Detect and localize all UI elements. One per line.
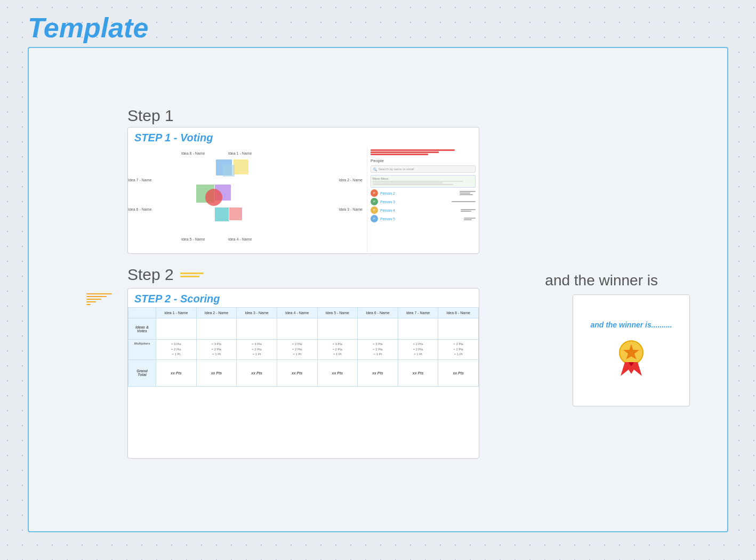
person4-item: P Person 4 xyxy=(371,206,476,214)
winner-label: and the winner is xyxy=(545,272,658,289)
col-header-idea3: Idea 3 - Name xyxy=(237,308,277,318)
grand-idea4: xx Pts xyxy=(277,359,317,386)
person5-item: P Person 5 xyxy=(371,215,476,222)
mult-idea2: = 3 Pts= 2 Pts= 1 Pt xyxy=(196,340,237,360)
page-title: Template xyxy=(28,12,148,44)
idea-label-8: Idea 8 - Name xyxy=(181,151,205,155)
main-canvas: Step 1 STEP 1 - Voting Idea 8 - Name Ide… xyxy=(28,47,728,532)
person1-card: More filters xyxy=(371,175,476,188)
idea-label-7: Idea 7 - Name xyxy=(128,178,151,182)
grand-idea1: xx Pts xyxy=(156,359,197,386)
table-row-ideas-votes: Ideas & Votes xyxy=(128,318,479,340)
vote-shape-6 xyxy=(215,207,229,221)
person4-avatar: P xyxy=(371,206,378,214)
idea-label-5: Idea 5 - Name xyxy=(181,237,205,241)
grand-idea3: xx Pts xyxy=(237,359,277,386)
search-bar[interactable]: 🔍 Search by name or email xyxy=(371,165,476,173)
mult-idea8: = 2 Pts= 2 Pts= 1 Pt xyxy=(438,340,479,360)
person4-name: Person 4 xyxy=(380,209,395,212)
col-header-idea6: Idea 6 - Name xyxy=(358,308,398,318)
mult-idea7: = 2 Pts= 2 Pts= 1 Pt xyxy=(398,340,438,360)
row-label-grand-total: GrandTotal xyxy=(128,359,156,386)
grand-idea7: xx Pts xyxy=(398,359,438,386)
col-header-idea1: Idea 1 - Name xyxy=(156,308,197,318)
person2-avatar: P xyxy=(371,189,378,197)
left-scroll-indicator xyxy=(86,293,112,305)
mult-idea3: = 3 Pts= 2 Pts= 1 Pt xyxy=(237,340,277,360)
ideas-votes-idea3 xyxy=(237,318,277,340)
col-header-idea7: Idea 7 - Name xyxy=(398,308,438,318)
award-ribbon-icon xyxy=(610,338,653,380)
step1-card: STEP 1 - Voting Idea 8 - Name Idea 1 - N… xyxy=(127,127,479,254)
ideas-votes-idea4 xyxy=(277,318,317,340)
people-label: People xyxy=(371,158,476,163)
idea-label-2: Idea 2 - Name xyxy=(339,178,363,182)
mult-idea4: = 2 Pts= 2 Pts= 1 Pt xyxy=(277,340,317,360)
person5-avatar: P xyxy=(371,215,378,222)
row-label-ideas-votes: Ideas & Votes xyxy=(128,318,156,340)
scoring-table: Idea 1 - Name Idea 2 - Name Idea 3 - Nam… xyxy=(128,307,479,387)
person3-item: P Person 3 xyxy=(371,198,476,205)
scoring-table-wrapper: Idea 1 - Name Idea 2 - Name Idea 3 - Nam… xyxy=(128,307,479,387)
idea-label-6: Idea 6 - Name xyxy=(128,207,151,211)
mult-idea1: = 3 Pts= 2 Pts= 1 Pt xyxy=(156,340,197,360)
step2-title: STEP 2 - Scoring xyxy=(128,289,479,307)
mult-idea6: = 3 Pts= 2 Pts= 1 Pt xyxy=(358,340,398,360)
row-label-multipliers: Multipliers xyxy=(128,340,156,360)
winner-card: and the winner is.......... xyxy=(573,294,690,406)
vote-shape-7 xyxy=(229,207,242,220)
grand-idea5: xx Pts xyxy=(317,359,358,386)
person3-name: Person 3 xyxy=(380,200,395,204)
ideas-votes-idea8 xyxy=(438,318,479,340)
ideas-votes-idea5 xyxy=(317,318,358,340)
ideas-votes-idea2 xyxy=(196,318,237,340)
idea-label-1: Idea 1 - Name xyxy=(228,151,252,155)
grand-idea2: xx Pts xyxy=(196,359,237,386)
person2-name: Person 2 xyxy=(380,191,395,195)
ideas-votes-idea1 xyxy=(156,318,197,340)
step2-decoration xyxy=(180,273,204,277)
col-header-empty xyxy=(128,308,156,318)
idea-label-4: Idea 4 - Name xyxy=(228,237,252,241)
idea-label-3: Idea 3 - Name xyxy=(339,207,363,211)
ideas-votes-idea7 xyxy=(398,318,438,340)
grand-idea6: xx Pts xyxy=(358,359,398,386)
ideas-votes-idea6 xyxy=(358,318,398,340)
vote-shape-5 xyxy=(205,189,222,206)
vote-shape-2 xyxy=(234,159,248,174)
col-header-idea4: Idea 4 - Name xyxy=(277,308,317,318)
col-header-idea8: Idea 8 - Name xyxy=(438,308,479,318)
voting-diagram: Idea 8 - Name Idea 1 - Name Idea 2 - Nam… xyxy=(128,146,367,253)
person5-name: Person 5 xyxy=(380,217,395,221)
grand-idea8: xx Pts xyxy=(438,359,479,386)
search-placeholder: Search by name or email xyxy=(379,167,414,171)
step1-right-panel: People 🔍 Search by name or email More fi… xyxy=(367,146,479,253)
mult-idea5: = 3 Pts= 2 Pts= 1 Pt xyxy=(317,340,358,360)
step2-card: STEP 2 - Scoring Idea 1 - Name Idea 2 - … xyxy=(127,288,479,459)
table-row-multipliers: Multipliers = 3 Pts= 2 Pts= 1 Pt = 3 Pts… xyxy=(128,340,479,360)
step1-title: STEP 1 - Voting xyxy=(128,127,479,146)
col-header-idea2: Idea 2 - Name xyxy=(196,308,237,318)
col-header-idea5: Idea 5 - Name xyxy=(317,308,358,318)
person3-avatar: P xyxy=(371,198,378,205)
step2-label: Step 2 xyxy=(127,266,204,284)
table-row-grand-total: GrandTotal xx Pts xx Pts xx Pts xx Pts x… xyxy=(128,359,479,386)
step1-label: Step 1 xyxy=(127,107,174,125)
winner-text: and the winner is.......... xyxy=(590,321,672,329)
vote-overlap-1 xyxy=(223,165,235,177)
person2-item: P Person 2 xyxy=(371,189,476,197)
